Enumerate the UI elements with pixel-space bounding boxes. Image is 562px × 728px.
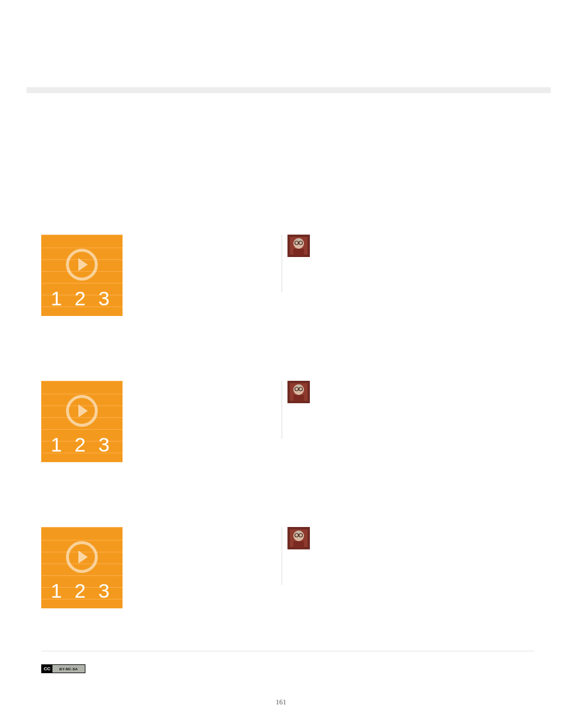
- play-icon: [66, 249, 98, 281]
- resource-item: 1 2 3: [41, 235, 535, 316]
- resource-meta: [287, 235, 310, 294]
- resource-item: 1 2 3: [41, 527, 535, 608]
- page-number: 161: [0, 698, 562, 707]
- thumbnail-numbers: 1 2 3: [51, 287, 113, 310]
- cc-badge-text: BY-NC-SA: [52, 667, 85, 671]
- author-avatar[interactable]: [287, 235, 310, 257]
- svg-rect-3: [293, 249, 304, 256]
- play-icon: [66, 541, 98, 573]
- video-thumbnail[interactable]: 1 2 3: [41, 381, 123, 462]
- play-icon: [66, 395, 98, 427]
- cc-badge-prefix: CC: [42, 665, 52, 673]
- svg-rect-9: [293, 395, 304, 402]
- author-avatar[interactable]: [287, 381, 310, 403]
- resource-meta: [287, 381, 310, 440]
- svg-rect-15: [293, 541, 304, 548]
- thumbnail-numbers: 1 2 3: [51, 433, 113, 456]
- author-avatar[interactable]: [287, 527, 310, 549]
- video-thumbnail[interactable]: 1 2 3: [41, 235, 123, 316]
- header-divider: [27, 87, 551, 93]
- thumbnail-numbers: 1 2 3: [51, 579, 113, 602]
- resource-item: 1 2 3: [41, 381, 535, 462]
- resource-meta: [287, 527, 310, 586]
- video-thumbnail[interactable]: 1 2 3: [41, 527, 123, 608]
- footer-divider: [41, 651, 534, 651]
- resource-list: 1 2 3 1 2 3: [41, 235, 535, 608]
- cc-license-badge[interactable]: CC BY-NC-SA: [41, 664, 85, 673]
